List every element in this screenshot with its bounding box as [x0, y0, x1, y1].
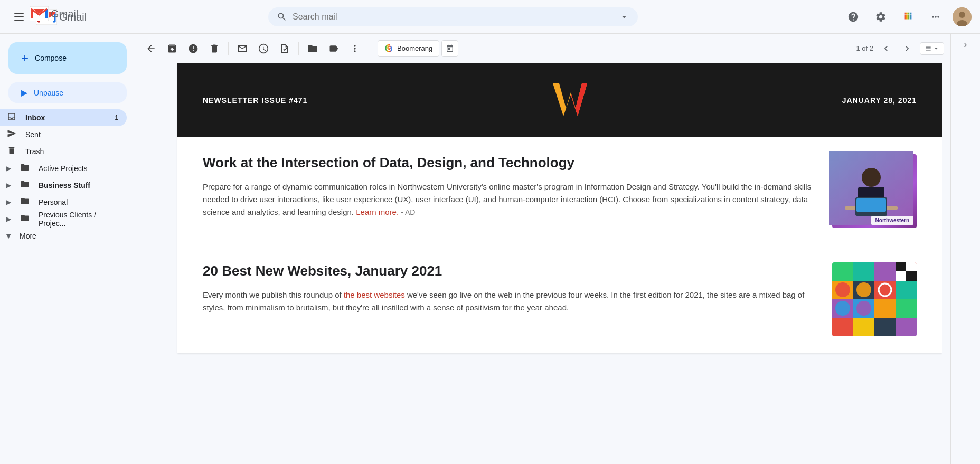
- topbar-right: [843, 6, 972, 27]
- help-button[interactable]: [843, 6, 864, 27]
- svg-rect-33: [874, 318, 896, 336]
- delete-button[interactable]: [205, 39, 224, 58]
- svg-rect-31: [832, 318, 853, 336]
- svg-point-38: [835, 301, 850, 316]
- svg-point-36: [856, 282, 871, 297]
- sidebar-item-previous-clients[interactable]: ▶ Previous Clients / Projec...: [0, 211, 127, 228]
- boomerang-label: Boomerang: [397, 44, 432, 52]
- avatar[interactable]: [953, 7, 972, 26]
- unpause-button[interactable]: ▶ Unpause: [8, 82, 127, 103]
- sidebar-item-more[interactable]: ▶ More: [0, 228, 127, 244]
- svg-rect-2: [14, 20, 24, 21]
- business-stuff-label: Business Stuff: [39, 181, 118, 190]
- previous-clients-label: Previous Clients / Projec...: [39, 211, 118, 228]
- collapse-button[interactable]: ›: [951, 34, 980, 55]
- boomerang-logo-icon: [384, 44, 394, 53]
- move-to-button[interactable]: [303, 39, 322, 58]
- svg-point-35: [835, 282, 850, 297]
- topbar: Gmail Gmail: [0, 0, 980, 34]
- sidebar-item-sent[interactable]: Sent: [0, 126, 127, 143]
- active-projects-label: Active Projects: [39, 164, 118, 173]
- article-1-text: Work at the Intersection of Data, Design…: [203, 154, 819, 219]
- view-toggle-button[interactable]: [920, 42, 944, 55]
- more-actions-button[interactable]: [345, 39, 364, 58]
- article-2-text: 20 Best New Websites, January 2021 Every…: [203, 262, 819, 314]
- article-1-image: Northwestern: [832, 154, 917, 228]
- svg-rect-26: [896, 281, 917, 299]
- article-1: Work at the Intersection of Data, Design…: [177, 137, 942, 245]
- folder-icon-2: [20, 179, 30, 192]
- prev-page-button[interactable]: [878, 40, 894, 57]
- next-page-button[interactable]: [899, 40, 916, 57]
- svg-rect-17: [856, 198, 886, 212]
- back-button[interactable]: [142, 39, 161, 58]
- trash-icon: [6, 146, 17, 158]
- waffle-menu-button[interactable]: [925, 6, 946, 27]
- article-1-body-text: Prepare for a range of dynamic communica…: [203, 182, 811, 216]
- toolbar-separator-2: [298, 42, 299, 55]
- svg-rect-42: [896, 262, 906, 271]
- sidebar: + Compose ▶ Unpause Inbox 1 Sent: [0, 34, 135, 464]
- add-task-button[interactable]: [275, 39, 294, 58]
- article-2-link[interactable]: the best websites: [344, 290, 405, 299]
- pagination: 1 of 2: [856, 40, 944, 57]
- search-input[interactable]: [293, 12, 614, 22]
- play-icon: ▶: [21, 88, 27, 98]
- article-2-body-text: Every month we publish this roundup of: [203, 290, 344, 299]
- newsletter-logo: [549, 79, 601, 121]
- svg-rect-0: [14, 13, 24, 14]
- compose-button[interactable]: + Compose: [8, 42, 127, 74]
- expand-arrow-icon-3: ▶: [6, 198, 11, 206]
- folder-icon-3: [20, 196, 30, 209]
- sidebar-item-active-projects[interactable]: ▶ Active Projects: [0, 160, 127, 177]
- boomerang-button[interactable]: Boomerang: [378, 40, 439, 57]
- gmail-brand: Gmail: [30, 6, 78, 21]
- article-2-image: [832, 262, 917, 336]
- menu-icon[interactable]: [8, 6, 30, 27]
- svg-point-13: [862, 168, 881, 187]
- personal-label: Personal: [39, 198, 118, 206]
- email-toolbar: Boomerang 1 of 2: [135, 34, 950, 63]
- labels-button[interactable]: [324, 39, 343, 58]
- sidebar-item-personal[interactable]: ▶ Personal: [0, 194, 127, 211]
- expand-arrow-icon-4: ▶: [6, 215, 11, 223]
- article-1-title: Work at the Intersection of Data, Design…: [203, 154, 819, 172]
- toolbar-separator-3: [369, 42, 369, 55]
- main-layout: + Compose ▶ Unpause Inbox 1 Sent: [0, 34, 980, 464]
- search-bar[interactable]: [268, 7, 638, 26]
- collapse-arrow-icon: ▶: [5, 234, 13, 239]
- sidebar-item-trash[interactable]: Trash: [0, 143, 127, 160]
- article-1-illustration: [832, 154, 913, 225]
- google-apps-icon[interactable]: [898, 6, 919, 27]
- right-sidebar: ›: [950, 34, 980, 464]
- newsletter-header: NEWSLETTER ISSUE #471: [177, 63, 942, 137]
- svg-rect-44: [896, 271, 906, 281]
- search-chevron-icon[interactable]: [619, 12, 629, 22]
- settings-button[interactable]: [870, 6, 891, 27]
- email-content-wrapper: NEWSLETTER ISSUE #471: [177, 63, 942, 353]
- expand-arrow-icon: ▶: [6, 165, 11, 172]
- svg-rect-29: [874, 299, 896, 318]
- scrollbar-area: [942, 63, 950, 357]
- inbox-label: Inbox: [25, 113, 106, 122]
- spam-button[interactable]: [184, 39, 203, 58]
- archive-button[interactable]: [163, 39, 182, 58]
- sent-label: Sent: [25, 130, 118, 139]
- sidebar-item-business-stuff[interactable]: ▶ Business Stuff: [0, 177, 127, 194]
- northwestern-badge: Northwestern: [871, 216, 913, 225]
- inbox-icon: [6, 112, 17, 124]
- email-body: NEWSLETTER ISSUE #471: [135, 63, 950, 464]
- gmail-envelope-icon: [30, 6, 49, 21]
- article-1-image-placeholder: Northwestern: [832, 154, 917, 228]
- trash-label: Trash: [25, 147, 118, 156]
- svg-rect-45: [906, 271, 917, 281]
- calendar-button[interactable]: [441, 40, 458, 57]
- svg-rect-19: [832, 262, 853, 281]
- sidebar-item-inbox[interactable]: Inbox 1: [0, 109, 127, 126]
- sent-icon: [6, 129, 17, 141]
- mark-unread-button[interactable]: [233, 39, 252, 58]
- snooze-button[interactable]: [254, 39, 273, 58]
- more-label: More: [20, 232, 118, 240]
- compose-label: Compose: [35, 54, 67, 62]
- article-1-link[interactable]: Learn more.: [356, 207, 399, 216]
